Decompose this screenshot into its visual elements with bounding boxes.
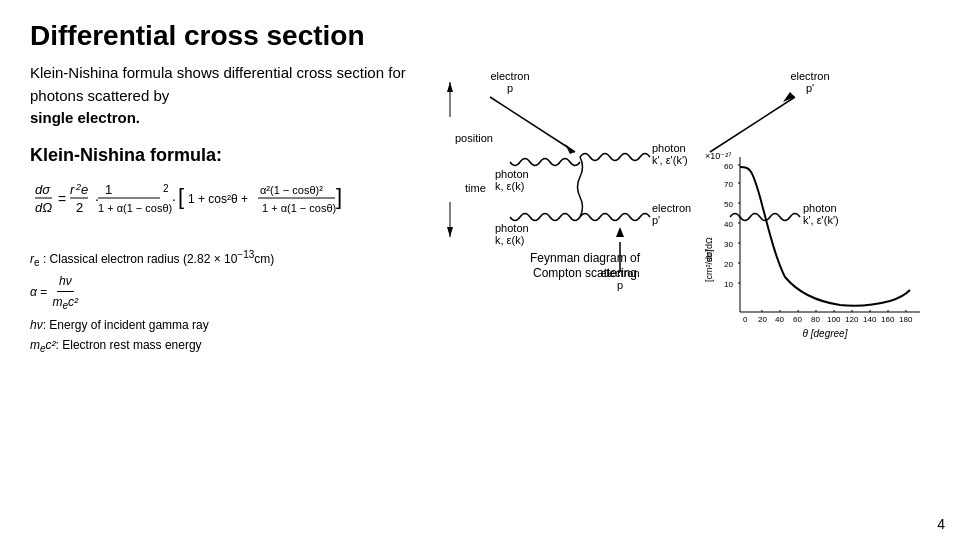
svg-text:Feynman diagram of: Feynman diagram of bbox=[530, 251, 641, 265]
svg-text:2: 2 bbox=[163, 183, 169, 194]
svg-text:0: 0 bbox=[743, 315, 748, 324]
slide: Differential cross section Klein-Nishina… bbox=[0, 0, 960, 540]
svg-text:20: 20 bbox=[758, 315, 767, 324]
svg-text:40: 40 bbox=[775, 315, 784, 324]
svg-text:60: 60 bbox=[724, 162, 733, 171]
svg-text:electron: electron bbox=[652, 202, 691, 214]
svg-text:·: · bbox=[172, 191, 176, 207]
svg-text:electron: electron bbox=[790, 70, 829, 82]
svg-marker-24 bbox=[565, 144, 575, 154]
cross-section-graph: ×10⁻²⁷ dσ/dΩ [cm²/str] 60 70 50 40 bbox=[700, 147, 930, 357]
svg-marker-46 bbox=[616, 227, 624, 237]
svg-text:electron: electron bbox=[490, 70, 529, 82]
note-3: hν: Energy of incident gamma ray bbox=[30, 315, 410, 335]
graph-area: ×10⁻²⁷ dσ/dΩ [cm²/str] 60 70 50 40 bbox=[700, 147, 930, 357]
svg-text:1: 1 bbox=[105, 182, 112, 197]
svg-text:p: p bbox=[507, 82, 513, 94]
svg-text:×10⁻²⁷: ×10⁻²⁷ bbox=[705, 151, 732, 161]
svg-marker-34 bbox=[447, 227, 453, 237]
main-formula-svg: dσ dΩ = r 2 e 2 · 1 1 + α(1 − cosθ) 2 · bbox=[30, 174, 400, 234]
bold-text: single electron. bbox=[30, 109, 140, 126]
svg-text:[cm²/str]: [cm²/str] bbox=[704, 250, 714, 283]
svg-text:p': p' bbox=[652, 214, 660, 226]
svg-text:=: = bbox=[58, 191, 66, 207]
svg-text:50: 50 bbox=[724, 200, 733, 209]
svg-text:80: 80 bbox=[811, 315, 820, 324]
svg-text:position: position bbox=[455, 132, 493, 144]
svg-text:10: 10 bbox=[724, 280, 733, 289]
svg-text:p: p bbox=[617, 279, 623, 291]
svg-text:photon: photon bbox=[652, 142, 686, 154]
svg-text:time: time bbox=[465, 182, 486, 194]
formula-notes: re : Classical electron radius (2.82 × 1… bbox=[30, 246, 410, 358]
svg-text:dσ: dσ bbox=[35, 182, 51, 197]
note-4: mec²: Electron rest mass energy bbox=[30, 335, 410, 357]
svg-text:40: 40 bbox=[724, 220, 733, 229]
svg-text:100: 100 bbox=[827, 315, 841, 324]
svg-text:30: 30 bbox=[724, 240, 733, 249]
note-1: re : Classical electron radius (2.82 × 1… bbox=[30, 246, 410, 271]
svg-text:60: 60 bbox=[793, 315, 802, 324]
page-number: 4 bbox=[937, 516, 945, 532]
svg-line-27 bbox=[710, 97, 795, 152]
svg-text:photon: photon bbox=[495, 222, 529, 234]
svg-text:k, ε(k): k, ε(k) bbox=[495, 180, 524, 192]
svg-text:1 + cos²θ +: 1 + cos²θ + bbox=[188, 192, 248, 206]
right-panel: electron p electron p' position time bbox=[420, 62, 930, 357]
svg-text:r: r bbox=[70, 182, 75, 197]
svg-text:]: ] bbox=[336, 184, 342, 209]
svg-text:Compton scattering: Compton scattering bbox=[533, 266, 637, 280]
svg-text:p': p' bbox=[806, 82, 814, 94]
svg-text:α²(1 − cosθ)²: α²(1 − cosθ)² bbox=[260, 184, 323, 196]
svg-text:140: 140 bbox=[863, 315, 877, 324]
note-2: α = hν mec² bbox=[30, 271, 410, 315]
svg-text:dΩ: dΩ bbox=[35, 200, 52, 215]
svg-text:photon: photon bbox=[495, 168, 529, 180]
svg-text:160: 160 bbox=[881, 315, 895, 324]
svg-text:[: [ bbox=[178, 184, 184, 209]
description: Klein-Nishina formula shows differential… bbox=[30, 62, 410, 130]
svg-text:120: 120 bbox=[845, 315, 859, 324]
svg-text:k', ε'(k'): k', ε'(k') bbox=[652, 154, 688, 166]
svg-text:180: 180 bbox=[899, 315, 913, 324]
left-panel: Klein-Nishina formula shows differential… bbox=[30, 62, 410, 357]
formula-section: Klein-Nishina formula: dσ dΩ = r 2 e 2 ·… bbox=[30, 145, 410, 358]
svg-text:θ [degree]: θ [degree] bbox=[803, 328, 848, 339]
svg-marker-32 bbox=[447, 82, 453, 92]
svg-text:70: 70 bbox=[724, 180, 733, 189]
svg-text:2: 2 bbox=[76, 200, 83, 215]
svg-text:1 + α(1 − cosθ): 1 + α(1 − cosθ) bbox=[98, 202, 172, 214]
svg-text:1 + α(1 − cosθ): 1 + α(1 − cosθ) bbox=[262, 202, 336, 214]
svg-text:e: e bbox=[81, 182, 88, 197]
svg-text:20: 20 bbox=[724, 260, 733, 269]
page-title: Differential cross section bbox=[30, 20, 930, 52]
formula-title: Klein-Nishina formula: bbox=[30, 145, 410, 166]
svg-line-23 bbox=[490, 97, 575, 152]
svg-text:k, ε(k): k, ε(k) bbox=[495, 234, 524, 246]
